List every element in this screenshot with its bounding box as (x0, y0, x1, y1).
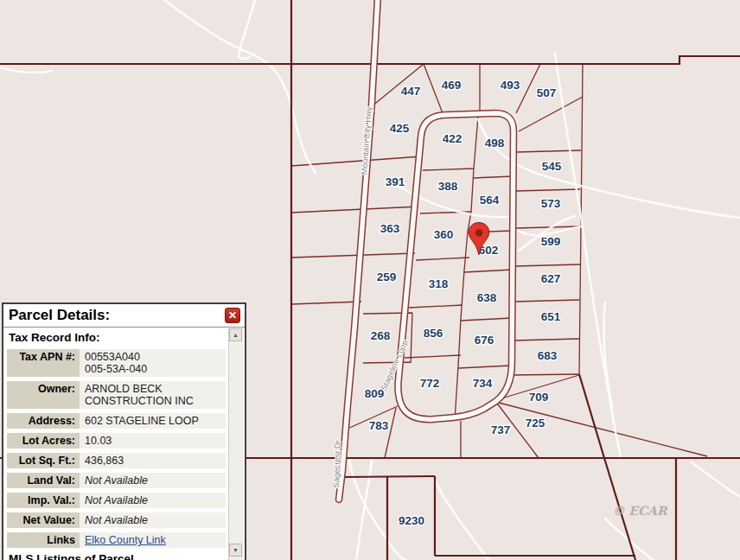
parcel-label: 709 (529, 391, 549, 404)
scroll-down-button[interactable]: ▼ (229, 544, 242, 557)
detail-row-value: 602 STAGELINE LOOP (80, 413, 226, 429)
detail-row: Owner:ARNOLD BECKCONSTRUCTION INC (7, 381, 226, 409)
parcel-label: 545 (542, 160, 562, 173)
parcel-label: 422 (443, 132, 462, 145)
detail-row-label: Imp. Val.: (7, 493, 80, 508)
panel-title: Parcel Details: (9, 307, 110, 324)
close-button[interactable]: ✕ (225, 308, 240, 323)
detail-row: Lot Acres:10.03 (7, 433, 226, 449)
close-icon: ✕ (228, 309, 237, 321)
parcel-label: 676 (475, 334, 494, 347)
detail-row: LinksElko County Link (7, 532, 226, 548)
detail-row-label: Links (7, 532, 80, 548)
panel-scrollbar[interactable]: ▲ ▼ (228, 328, 243, 560)
detail-rows: Tax APN #:00553A040005-53A-040Owner:ARNO… (7, 349, 226, 548)
parcel-label: 627 (541, 272, 561, 285)
parcel-label: 268 (371, 329, 391, 342)
detail-row: Tax APN #:00553A040005-53A-040 (7, 349, 226, 377)
detail-row-label: Lot Sq. Ft.: (7, 453, 80, 468)
parcel-label: 425 (390, 122, 410, 135)
parcel-label: 856 (424, 327, 443, 340)
parcel-label: 493 (501, 79, 520, 92)
detail-row-label: Tax APN #: (7, 349, 80, 377)
parcel-label: 737 (491, 423, 511, 436)
parcel-label: 507 (537, 86, 557, 99)
county-link[interactable]: Elko County Link (85, 534, 166, 546)
parcel-label: 447 (401, 85, 421, 98)
section-title: Tax Record Info: (9, 331, 226, 344)
detail-row-label: Owner: (7, 381, 80, 409)
parcel-label: 772 (420, 377, 440, 390)
detail-row-value: Not Available (80, 512, 226, 528)
detail-row-label: Land Val: (7, 473, 80, 488)
detail-row-label: Lot Acres: (7, 433, 80, 449)
detail-row-value: Not Available (80, 473, 226, 488)
detail-row: Land Val:Not Available (7, 473, 226, 488)
parcel-label: 388 (438, 180, 458, 193)
mls-listings-heading: MLS Listings of Parcel (9, 552, 226, 560)
detail-row-value: ARNOLD BECKCONSTRUCTION INC (80, 381, 226, 409)
detail-row-value: 436,863 (80, 453, 226, 468)
watermark: © ECAR (612, 504, 668, 518)
detail-row-value: 00553A040005-53A-040 (80, 349, 226, 377)
parcel-label: 259 (377, 270, 397, 283)
parcel-label: 638 (477, 291, 497, 304)
parcel-label: 564 (480, 194, 500, 207)
detail-row: Net Value:Not Available (7, 512, 226, 528)
map-app: 4474694935074254224985453913885645733633… (0, 0, 740, 560)
panel-header: Parcel Details: ✕ (3, 304, 245, 328)
parcel-label: 469 (442, 79, 462, 92)
parcel-label: 360 (434, 228, 454, 241)
parcel-label: 498 (485, 137, 505, 150)
detail-row-value: Elko County Link (80, 532, 226, 548)
parcel-label: 683 (538, 349, 558, 362)
parcel-label: 363 (380, 222, 400, 235)
parcel-label: 599 (541, 235, 561, 248)
detail-row: Lot Sq. Ft.:436,863 (7, 453, 226, 468)
parcel-label: 391 (386, 175, 405, 188)
parcel-label: 651 (541, 310, 561, 323)
parcel-label: 783 (369, 419, 389, 432)
scroll-up-button[interactable]: ▲ (229, 328, 242, 341)
road-label: Sagecrest Dr (331, 440, 342, 488)
detail-row-label: Net Value: (7, 512, 80, 528)
parcel-label: 9230 (399, 514, 424, 527)
detail-row: Address:602 STAGELINE LOOP (7, 413, 226, 429)
parcel-label: 734 (473, 377, 493, 390)
parcel-label: 573 (541, 197, 561, 210)
detail-row-value: 10.03 (80, 433, 226, 449)
detail-row-value: Not Available (80, 493, 226, 508)
detail-row: Imp. Val.:Not Available (7, 493, 226, 508)
parcel-label: 725 (526, 417, 545, 430)
panel-body: Tax Record Info: Tax APN #:00553A040005-… (7, 330, 226, 560)
parcel-details-panel: Parcel Details: ✕ Tax Record Info: Tax A… (2, 302, 246, 560)
parcel-label: 318 (429, 277, 449, 290)
detail-row-label: Address: (7, 413, 80, 429)
